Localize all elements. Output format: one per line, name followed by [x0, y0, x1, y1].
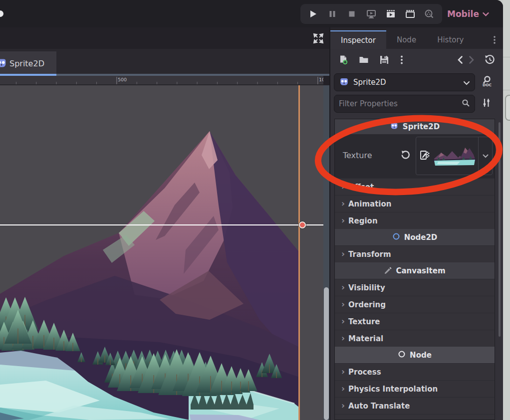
section-header-label: Sprite2D: [403, 122, 440, 131]
pause-button[interactable]: [325, 6, 340, 21]
texture-thumbnail[interactable]: [432, 144, 478, 169]
category-label: Material: [348, 334, 383, 343]
run-toolbar: [300, 4, 442, 24]
viewport-scrollbar-thumb[interactable]: [324, 287, 329, 420]
filter-placeholder-text: Filter Properties: [339, 99, 398, 108]
inspector-dock: InspectorNodeHistory: [329, 27, 503, 420]
background-window-line: [503, 90, 510, 90]
edit-texture-icon[interactable]: [420, 150, 430, 162]
2d-canvas[interactable]: [0, 85, 323, 420]
godot-icon: [339, 76, 349, 89]
category-texture[interactable]: ›Texture: [335, 313, 495, 330]
category-physics-interpolation[interactable]: ›Physics Interpolation: [335, 380, 495, 397]
inspector-tab-bar: InspectorNodeHistory: [330, 27, 503, 49]
2d-viewport-pane: Sprite2D 5001000: [0, 27, 329, 420]
run-profile-dropdown[interactable]: Mobile: [447, 0, 489, 27]
chevron-right-icon: ›: [341, 299, 345, 309]
viewport-vertical-scrollbar[interactable]: [323, 85, 329, 420]
chevron-right-icon: ›: [341, 384, 345, 394]
category-animation[interactable]: ›Animation: [335, 195, 495, 212]
category-label: Visibility: [348, 283, 385, 292]
scene-tab-label: Sprite2D: [9, 59, 44, 68]
category-label: Editor Description: [348, 419, 425, 420]
category-offset[interactable]: ›Offset: [335, 178, 495, 195]
horizontal-ruler: 5001000: [0, 76, 323, 85]
chevron-down-icon: [483, 9, 489, 18]
texture-value-box[interactable]: [416, 137, 493, 175]
godot-icon: [0, 57, 7, 71]
movie-maker-mode-button[interactable]: [422, 6, 437, 21]
section-header-sprite2d[interactable]: Sprite2D: [335, 119, 495, 134]
chevron-down-icon: [463, 78, 470, 87]
tab-inspector[interactable]: Inspector: [330, 30, 386, 49]
category-label: Physics Interpolation: [348, 385, 438, 394]
category-material[interactable]: ›Material: [335, 330, 495, 347]
chevron-right-icon: ›: [341, 333, 345, 343]
background-window-line: [503, 57, 510, 57]
ruler-label: 1000: [319, 77, 323, 82]
category-process[interactable]: ›Process: [335, 363, 495, 380]
inspector-toolbar: [330, 49, 503, 72]
category-transform[interactable]: ›Transform: [335, 245, 495, 262]
category-visibility[interactable]: ›Visibility: [335, 279, 495, 296]
svg-text:DOC: DOC: [483, 83, 492, 87]
play-remote-debug-button[interactable]: [364, 6, 379, 21]
node2d-icon: [392, 232, 400, 242]
chevron-right-icon: ›: [341, 367, 345, 377]
category-label: Animation: [348, 200, 391, 209]
node-anchor-handle[interactable]: [299, 221, 306, 228]
history-back-icon[interactable]: [457, 55, 463, 66]
expand-viewport-icon[interactable]: [312, 32, 324, 44]
tab-node[interactable]: Node: [386, 30, 427, 49]
edited-object-dropdown[interactable]: Sprite2D: [334, 73, 475, 91]
category-auto-translate[interactable]: ›Auto Translate: [335, 397, 495, 414]
background-desktop-strip: [503, 0, 510, 420]
chevron-right-icon: ›: [341, 182, 345, 192]
filter-properties-input[interactable]: Filter Properties: [334, 95, 475, 113]
property-tools-icon[interactable]: [482, 98, 491, 110]
save-resource-icon[interactable]: [379, 55, 389, 67]
revert-property-icon[interactable]: [401, 150, 410, 162]
category-label: Texture: [348, 317, 380, 326]
chevron-right-icon: ›: [341, 199, 345, 209]
ruler-label: 500: [118, 77, 127, 82]
category-label: Region: [348, 216, 378, 225]
section-header-label: Node2D: [404, 233, 438, 242]
chevron-right-icon: ›: [341, 249, 345, 259]
category-label: Ordering: [348, 300, 386, 309]
edit-history-icon[interactable]: [485, 54, 495, 67]
section-header-node2d[interactable]: Node2D: [335, 229, 495, 245]
run-profile-label: Mobile: [447, 9, 479, 19]
chevron-right-icon: ›: [341, 282, 345, 292]
property-list: Sprite2DTexture›Offset›Animation›RegionN…: [334, 119, 495, 420]
section-header-node[interactable]: Node: [335, 347, 495, 363]
section-header-canvasitem[interactable]: CanvasItem: [335, 262, 495, 279]
category-region[interactable]: ›Region: [335, 212, 495, 229]
chevron-right-icon: ›: [341, 418, 345, 420]
stop-button[interactable]: [344, 6, 359, 21]
play-button[interactable]: [305, 6, 320, 21]
texture-dropdown-button[interactable]: [478, 137, 492, 175]
horizontal-guide-line: [0, 224, 323, 225]
node-icon: [398, 350, 406, 360]
play-custom-scene-button[interactable]: [403, 6, 418, 21]
history-forward-icon[interactable]: [469, 55, 475, 66]
open-docs-icon[interactable]: DOC: [482, 75, 493, 89]
load-resource-folder-icon[interactable]: [359, 55, 369, 67]
chevron-right-icon: ›: [341, 401, 345, 411]
scene-tab-sprite2d[interactable]: Sprite2D: [0, 51, 56, 76]
window-control-dot: [0, 10, 3, 17]
play-scene-button[interactable]: [383, 6, 398, 21]
viewport-toolbar: [0, 27, 329, 49]
section-header-label: Node: [410, 351, 432, 360]
category-label: Offset: [348, 183, 374, 192]
inspector-scrollbar-thumb[interactable]: [499, 122, 501, 337]
tab-history[interactable]: History: [427, 30, 474, 49]
category-ordering[interactable]: ›Ordering: [335, 296, 495, 313]
dock-menu-icon[interactable]: [491, 30, 498, 49]
resource-extra-options-icon[interactable]: [400, 55, 404, 67]
chevron-right-icon: ›: [341, 316, 345, 326]
new-resource-icon[interactable]: [338, 55, 348, 67]
background-window-card: [505, 95, 510, 121]
category-editor-description[interactable]: ›Editor Description: [335, 414, 495, 420]
